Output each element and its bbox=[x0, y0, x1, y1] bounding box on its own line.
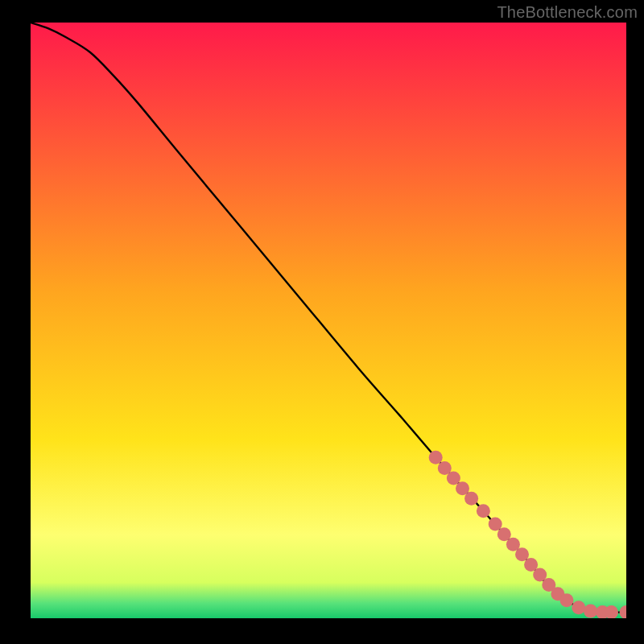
curve-marker bbox=[572, 601, 585, 614]
watermark-text: TheBottleneck.com bbox=[497, 3, 638, 22]
curve-marker bbox=[429, 451, 443, 464]
chart-background bbox=[31, 23, 626, 618]
bottleneck-chart bbox=[31, 23, 626, 618]
curve-marker bbox=[464, 492, 478, 506]
curve-marker bbox=[477, 504, 490, 518]
curve-marker bbox=[560, 593, 574, 607]
curve-marker bbox=[584, 605, 597, 618]
